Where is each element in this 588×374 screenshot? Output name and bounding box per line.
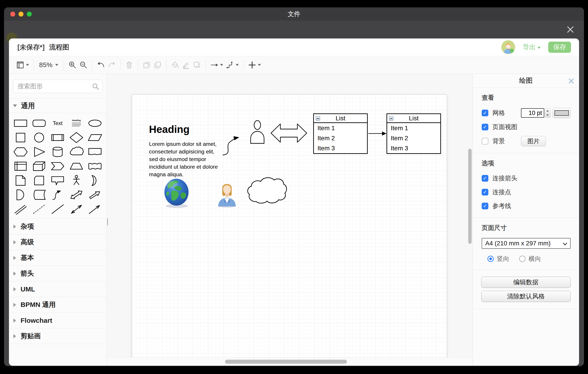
- landscape-radio[interactable]: 横向: [519, 254, 541, 263]
- shape-line[interactable]: [49, 202, 67, 216]
- shape-cylinder[interactable]: [49, 145, 67, 159]
- sidebar-section-基本[interactable]: 基本: [9, 250, 106, 266]
- double-arrow-shape[interactable]: [270, 120, 308, 146]
- shape-tape[interactable]: [86, 159, 104, 173]
- close-dialog-icon[interactable]: [566, 25, 575, 34]
- list-item[interactable]: Item 3: [387, 143, 440, 153]
- waypoints-button[interactable]: [224, 59, 240, 70]
- diagram-heading-text[interactable]: Heading: [149, 123, 189, 135]
- grid-size-stepper[interactable]: [545, 108, 550, 118]
- shape-bidirectional-arrow[interactable]: [67, 188, 85, 202]
- shape-parallelogram[interactable]: [86, 130, 104, 145]
- list-item[interactable]: Item 1: [314, 123, 367, 133]
- diagram-paragraph-text[interactable]: Lorem ipsum dolor sit amet, consectetur …: [149, 140, 224, 178]
- drawing-page[interactable]: Heading Lorem ipsum dolor sit amet, cons…: [132, 94, 447, 359]
- option-checkbox-2[interactable]: [482, 203, 488, 209]
- shape-internal-storage[interactable]: [11, 159, 30, 173]
- search-icon[interactable]: [92, 83, 99, 90]
- shape-link[interactable]: [11, 202, 30, 216]
- panel-close-icon[interactable]: [568, 78, 574, 84]
- sidebar-section-Flowchart[interactable]: Flowchart: [9, 313, 106, 328]
- shape-directional-connector[interactable]: [86, 202, 104, 216]
- curved-arrow-shape[interactable]: [219, 132, 244, 159]
- grid-size-input[interactable]: [521, 108, 544, 118]
- list-box[interactable]: ListItem 1Item 2Item 3: [313, 113, 368, 154]
- shape-square[interactable]: [11, 130, 30, 145]
- canvas-area[interactable]: Heading Lorem ipsum dolor sit amet, cons…: [107, 74, 472, 366]
- line-color-button[interactable]: [180, 59, 191, 70]
- redo-button[interactable]: [106, 59, 117, 70]
- sidebar-section-杂项[interactable]: 杂项: [9, 219, 106, 234]
- businesswoman-icon[interactable]: [216, 181, 238, 208]
- undo-button[interactable]: [95, 59, 106, 70]
- shape-ellipse[interactable]: [86, 116, 104, 130]
- page-size-select[interactable]: A4 (210 mm x 297 mm): [482, 238, 571, 249]
- export-menu[interactable]: 导出: [523, 43, 541, 52]
- option-checkbox-1[interactable]: [482, 189, 488, 196]
- zoom-in-button[interactable]: [67, 59, 78, 70]
- shape-curve[interactable]: [49, 188, 67, 202]
- edit-data-button[interactable]: 编辑数据: [481, 277, 571, 288]
- sidebar-section-高级[interactable]: 高级: [9, 234, 106, 250]
- shape-process[interactable]: [49, 130, 67, 145]
- shape-arrow[interactable]: [86, 188, 104, 202]
- fill-color-button[interactable]: [169, 59, 180, 70]
- shape-cube[interactable]: [30, 159, 48, 173]
- zoom-level-dropdown[interactable]: 85%: [37, 61, 61, 69]
- connection-button[interactable]: [209, 59, 224, 70]
- list-header[interactable]: List: [314, 114, 367, 123]
- user-avatar[interactable]: [501, 40, 515, 54]
- shape-cloud[interactable]: [67, 145, 85, 159]
- list-box[interactable]: ListItem 1Item 2Item 3: [387, 113, 441, 154]
- shape-rounded-rectangle[interactable]: [30, 116, 48, 130]
- shape-hexagon[interactable]: [11, 145, 30, 159]
- grid-checkbox[interactable]: [482, 110, 488, 116]
- delete-button[interactable]: [124, 59, 135, 70]
- shape-document[interactable]: [86, 145, 104, 159]
- shadow-button[interactable]: [191, 59, 202, 70]
- sidebar-section-BPMN 通用[interactable]: BPMN 通用: [9, 297, 106, 313]
- search-input[interactable]: [13, 83, 102, 90]
- to-back-button[interactable]: [152, 59, 163, 70]
- portrait-radio[interactable]: 竖向: [487, 254, 509, 263]
- list-item[interactable]: Item 2: [314, 133, 367, 143]
- sidebar-section-UML[interactable]: UML: [9, 281, 106, 297]
- collapse-icon[interactable]: [316, 116, 320, 121]
- shape-step[interactable]: [49, 159, 67, 173]
- list-item[interactable]: Item 2: [387, 133, 440, 143]
- page-view-button[interactable]: [15, 59, 30, 70]
- shape-dashed-line[interactable]: [30, 202, 48, 216]
- shape-circle[interactable]: [30, 130, 48, 145]
- sidebar-resize-handle[interactable]: [107, 217, 109, 227]
- collapse-icon[interactable]: [389, 116, 393, 121]
- list-item[interactable]: Item 1: [387, 123, 440, 133]
- shape-or[interactable]: [86, 173, 104, 188]
- background-image-button[interactable]: 图片: [521, 136, 546, 146]
- vertical-scrollbar[interactable]: [468, 149, 472, 244]
- shape-diamond[interactable]: [67, 130, 85, 145]
- shape-triangle[interactable]: [30, 145, 48, 159]
- page-view-checkbox[interactable]: [482, 124, 488, 130]
- sidebar-section-剪贴画[interactable]: 剪贴画: [9, 328, 106, 344]
- shape-data-storage[interactable]: [30, 188, 48, 202]
- person-shape[interactable]: [249, 119, 266, 144]
- shape-textbox[interactable]: Heading: [67, 116, 85, 130]
- cloud-shape[interactable]: [245, 175, 288, 205]
- globe-icon[interactable]: [163, 178, 191, 208]
- shape-callout[interactable]: [49, 173, 67, 188]
- shape-note[interactable]: [11, 173, 30, 188]
- background-checkbox[interactable]: [482, 138, 488, 144]
- grid-color-swatch[interactable]: [553, 108, 571, 118]
- shape-actor[interactable]: [67, 173, 85, 188]
- list-header[interactable]: List: [387, 114, 440, 123]
- save-button[interactable]: 保存: [548, 42, 571, 53]
- connector-arrow[interactable]: [368, 130, 387, 137]
- zoom-out-button[interactable]: [78, 59, 89, 70]
- shape-rectangle[interactable]: [11, 116, 30, 130]
- shape-trapezoid[interactable]: [67, 159, 85, 173]
- shape-and[interactable]: [11, 188, 30, 202]
- shape-text[interactable]: Text: [49, 116, 67, 130]
- list-item[interactable]: Item 3: [314, 143, 367, 153]
- insert-button[interactable]: [247, 59, 262, 70]
- to-front-button[interactable]: [141, 59, 152, 70]
